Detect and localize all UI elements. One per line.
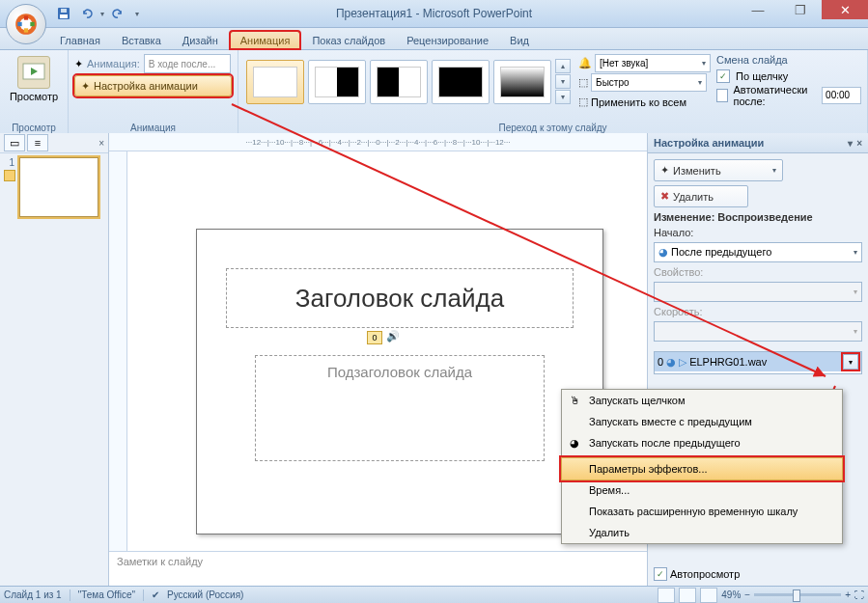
transition-item[interactable]: [308, 60, 366, 104]
titlebar: ▾ ▾ Презентация1 - Microsoft PowerPoint …: [0, 0, 868, 28]
taskpane-header: Настройка анимации ▾×: [648, 133, 868, 136]
transition-item[interactable]: [432, 60, 490, 104]
transition-gallery[interactable]: ▴▾▾: [244, 52, 573, 111]
ruler-horizontal: ···12···|···10···|···8···|···6···|···4··…: [109, 133, 647, 136]
transition-item[interactable]: [493, 60, 551, 104]
ribbon-group-animation: ✦ Анимация: В ходе после... ✦ Настройка …: [69, 50, 238, 135]
ribbon-tabs: Главная Вставка Дизайн Анимация Показ сл…: [0, 28, 868, 50]
configure-animation-button[interactable]: ✦ Настройка анимации: [74, 75, 232, 96]
preview-label: Просмотр: [10, 91, 58, 102]
tab-home[interactable]: Главная: [50, 32, 110, 49]
workspace: ▭ ≡ × 1 ···12···|···10···|···8···|···6··…: [0, 133, 868, 136]
svg-rect-7: [60, 14, 68, 18]
quick-access-toolbar: ▾ ▾: [54, 0, 139, 27]
auto-after-checkbox[interactable]: [716, 89, 727, 102]
transition-speed-dropdown[interactable]: Быстро▾: [591, 73, 707, 92]
minimize-button[interactable]: —: [737, 0, 779, 19]
on-click-checkbox[interactable]: ✓: [716, 69, 730, 83]
tab-insert[interactable]: Вставка: [112, 32, 171, 49]
transition-none[interactable]: [246, 60, 304, 104]
window-controls: — ❐ ✕: [737, 0, 868, 19]
ribbon-group-preview: Просмотр Просмотр: [0, 50, 69, 135]
svg-rect-8: [61, 9, 67, 13]
editor-area: ···12···|···10···|···8···|···6···|···4··…: [109, 133, 647, 136]
qat-customize-icon[interactable]: ▾: [135, 10, 139, 18]
preview-icon: [17, 56, 50, 89]
svg-rect-2: [24, 15, 28, 19]
transition-item[interactable]: [370, 60, 428, 104]
slides-pane: ▭ ≡ × 1: [0, 133, 109, 136]
transition-sound-dropdown[interactable]: [Нет звука]▾: [595, 54, 711, 72]
animation-taskpane: Настройка анимации ▾× ✦ Изменить ▾ ✖ Уда…: [647, 133, 868, 136]
undo-icon[interactable]: [77, 4, 97, 23]
gear-star-icon: ✦: [81, 80, 90, 93]
redo-icon[interactable]: [108, 4, 127, 23]
anim-dropdown-icon: ✦: [74, 58, 83, 70]
sound-icon: 🔔: [578, 57, 592, 69]
speed-icon: ⬚: [578, 76, 588, 89]
transition-sound-column: 🔔[Нет звука]▾ ⬚Быстро▾ ⬚Применить ко все…: [578, 52, 711, 111]
tab-animation[interactable]: Анимация: [230, 31, 301, 49]
apply-all-icon: ⬚: [578, 96, 588, 108]
apply-to-all-button[interactable]: ⬚Применить ко всем: [578, 93, 711, 111]
window-title: Презентация1 - Microsoft PowerPoint: [336, 7, 532, 20]
office-button[interactable]: [6, 4, 46, 44]
auto-time-input[interactable]: 00:00: [822, 87, 861, 104]
slide-change-column: Смена слайда ✓По щелчку Автоматически по…: [716, 52, 861, 111]
svg-rect-4: [17, 22, 21, 26]
gallery-scroll[interactable]: ▴▾▾: [555, 59, 571, 104]
outline-tab[interactable]: ≡: [27, 134, 48, 136]
maximize-button[interactable]: ❐: [779, 0, 822, 19]
preview-button[interactable]: Просмотр: [6, 52, 62, 106]
tab-review[interactable]: Рецензирование: [397, 32, 498, 49]
tab-design[interactable]: Дизайн: [173, 32, 228, 49]
undo-dropdown-icon[interactable]: ▾: [100, 10, 104, 18]
svg-rect-3: [24, 28, 28, 32]
change-header: Смена слайда: [716, 54, 861, 66]
slides-tab[interactable]: ▭: [4, 134, 25, 136]
animation-label: Анимация:: [87, 58, 140, 69]
svg-rect-5: [30, 22, 34, 26]
pane-tabs: ▭ ≡ ×: [0, 133, 108, 136]
ribbon-group-transition: ▴▾▾ 🔔[Нет звука]▾ ⬚Быстро▾ ⬚Применить ко…: [238, 50, 868, 135]
animation-dropdown[interactable]: В ходе после...: [144, 54, 231, 73]
tab-slideshow[interactable]: Показ слайдов: [302, 32, 395, 49]
ribbon: Просмотр Просмотр ✦ Анимация: В ходе пос…: [0, 50, 868, 136]
tab-view[interactable]: Вид: [500, 32, 539, 49]
save-icon[interactable]: [54, 4, 73, 23]
close-button[interactable]: ✕: [822, 0, 868, 19]
